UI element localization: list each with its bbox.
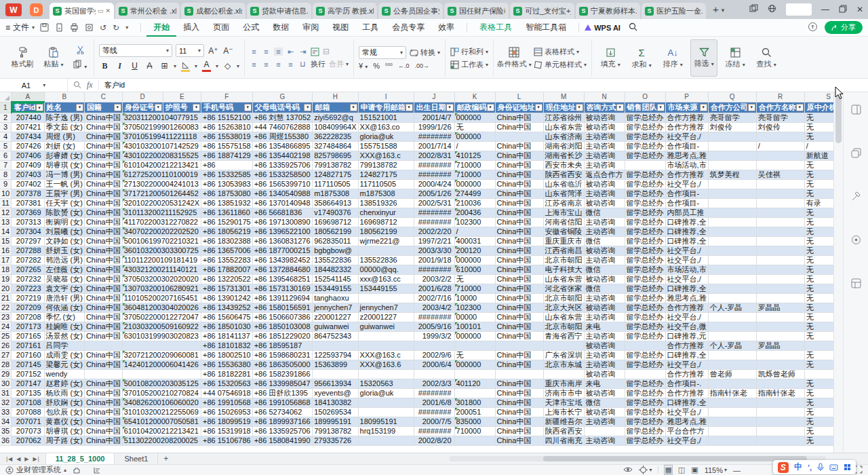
bold-button[interactable]: B <box>99 60 111 72</box>
cell[interactable]: 被动咨询 <box>584 199 625 208</box>
cell[interactable]: 被动咨询 <box>584 389 625 398</box>
row-number[interactable]: 33 <box>0 408 12 417</box>
cell[interactable]: 207073 <box>12 427 44 436</box>
filter-dropdown-button[interactable]: ▾ <box>487 104 494 111</box>
cell[interactable]: 358664913 <box>313 199 358 208</box>
sheet-tab-Sheet1[interactable]: Sheet1 <box>115 453 158 464</box>
cell[interactable]: 956613934 <box>313 379 358 389</box>
cell[interactable]: +86 1370140948 <box>252 199 312 208</box>
cell[interactable]: 207209 <box>12 303 44 313</box>
cell[interactable]: China中国 <box>495 313 543 322</box>
cell[interactable]: China中国 <box>495 284 543 294</box>
cell[interactable]: xyevents@ <box>313 389 358 398</box>
cell[interactable]: +86 15026953 <box>201 408 253 417</box>
fx-icon[interactable]: fx <box>87 80 93 90</box>
cell[interactable]: +86 1506607386 <box>252 313 312 322</box>
cell[interactable]: 207147 <box>12 379 44 389</box>
cell[interactable]: 衡琬明 (女) <box>44 218 84 227</box>
cell[interactable] <box>358 294 414 303</box>
cell[interactable]: 610000 <box>454 265 495 275</box>
cell[interactable]: +86 15290175 <box>201 218 253 227</box>
horizontal-scrollbar[interactable] <box>449 456 826 461</box>
cell[interactable] <box>708 408 756 417</box>
cell[interactable]: 周煜 (男) <box>44 132 84 142</box>
cell[interactable]: 合作项目- <box>665 199 708 208</box>
header-cell-R[interactable]: 合作方名称▾ <box>756 102 804 113</box>
cell[interactable]: 留学总经办 <box>625 151 665 161</box>
horizontal-scrollbar-thumb[interactable] <box>543 456 807 461</box>
plugin-icon[interactable] <box>73 466 81 474</box>
align-bottom-icon[interactable]: ≡ <box>274 48 283 56</box>
cell[interactable]: China中国 <box>84 189 122 199</box>
cell[interactable]: 湖南省长沙 <box>543 151 584 161</box>
column-header-M[interactable]: M <box>543 92 584 102</box>
menu-tab-开始[interactable]: 开始 <box>146 19 176 37</box>
row-number[interactable]: 2 <box>0 113 12 123</box>
tools-icon[interactable] <box>851 191 861 204</box>
cell[interactable]: XXX@163.c <box>358 151 414 161</box>
row-number[interactable]: 13 <box>0 218 12 227</box>
cell[interactable]: 新疆维吾尔 <box>543 417 584 427</box>
cell[interactable]: +86 1851229020 <box>252 332 312 341</box>
cell[interactable]: 留学总经办 <box>625 132 665 142</box>
column-header-J[interactable]: J <box>414 92 454 102</box>
cell[interactable]: China中国 <box>495 170 543 180</box>
document-tab[interactable]: S公务员国企事业单位 <box>378 3 443 19</box>
cell[interactable]: China中国 <box>495 398 543 408</box>
cell[interactable]: 000000 <box>454 332 495 341</box>
cell[interactable]: China中国 <box>84 180 122 189</box>
cell[interactable]: 207223 <box>12 284 44 294</box>
row-number[interactable]: 25 <box>0 332 12 341</box>
row-number[interactable]: 12 <box>0 208 12 218</box>
header-cell-L[interactable]: 身份证地址▾ <box>495 102 543 113</box>
row-number[interactable]: 26 <box>0 341 12 351</box>
cell[interactable]: 指南针张老 <box>708 389 756 398</box>
cell[interactable]: China中国 <box>84 313 122 322</box>
redo-icon[interactable]: ↻ <box>113 23 119 33</box>
borders-button[interactable]: ⊞ <box>159 60 170 72</box>
cell[interactable]: 15320563 <box>358 379 414 389</box>
row-number[interactable]: 31 <box>0 389 12 398</box>
cell[interactable]: China中国 <box>84 199 122 208</box>
cell[interactable]: 135522836 <box>358 256 414 265</box>
document-tab[interactable]: S可过_支付宝+_滴滴 <box>510 3 574 19</box>
cell[interactable] <box>358 408 414 417</box>
cell[interactable]: 合作方推荐 <box>665 389 708 398</box>
cell[interactable] <box>454 389 495 398</box>
cell[interactable]: 主动咨询 <box>584 332 625 341</box>
cell[interactable]: 合作方推荐 <box>665 170 708 180</box>
cell[interactable]: +86 15152100 <box>201 113 253 123</box>
row-number[interactable]: 9 <box>0 180 12 189</box>
cell[interactable]: 207403 <box>12 170 44 180</box>
cell[interactable]: China中国 <box>84 237 122 246</box>
cell[interactable] <box>756 332 804 341</box>
cell[interactable]: +86 1971300890 <box>252 218 312 227</box>
cell[interactable]: China中国 <box>495 360 543 370</box>
formula-value[interactable]: 客户id <box>102 80 125 90</box>
page-break-view-icon[interactable]: ◫ <box>678 466 685 474</box>
document-tab[interactable]: S高学历 教授.xlsx <box>313 3 377 19</box>
cell[interactable]: 季忆 (女) <box>44 313 84 322</box>
cell[interactable] <box>708 237 756 246</box>
cell[interactable] <box>756 132 804 142</box>
next-sheet-icon[interactable]: ▶ <box>24 456 28 462</box>
eraser-button[interactable]: ◇ <box>222 60 233 72</box>
cell[interactable]: 被动咨询 <box>584 408 625 417</box>
cell[interactable]: 主动咨询 <box>584 436 625 446</box>
cell[interactable]: 279335726 <box>313 436 358 446</box>
cell[interactable]: +86 18141137 <box>201 332 253 341</box>
cell[interactable]: / <box>454 142 495 151</box>
cell[interactable]: 310113200211152925 <box>122 208 201 218</box>
align-top-icon[interactable]: ≡ <box>250 48 258 56</box>
cell[interactable]: 陕西省西安 <box>543 170 584 180</box>
cell[interactable] <box>708 265 756 275</box>
align-right-icon[interactable]: ≡ <box>274 60 283 69</box>
cell[interactable] <box>414 341 454 351</box>
cell[interactable]: XXX@163.6 <box>358 360 414 370</box>
preview-icon[interactable] <box>85 23 94 32</box>
cell[interactable]: 留学总经办 <box>625 189 665 199</box>
column-header-N[interactable]: N <box>584 92 625 102</box>
cell[interactable]: 500106199702210321 <box>122 237 201 246</box>
row-number[interactable]: 4 <box>0 132 12 142</box>
outline-icon[interactable] <box>93 466 101 474</box>
